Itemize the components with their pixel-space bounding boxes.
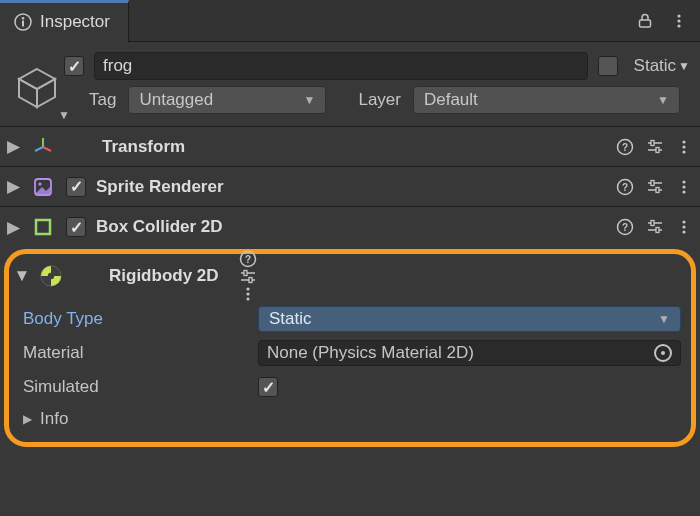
help-icon[interactable]: ? [616,178,634,196]
simulated-checkbox[interactable] [258,377,278,397]
foldout-down-icon: ▼ [15,266,29,286]
svg-marker-9 [37,79,55,107]
svg-line-11 [43,147,51,151]
kebab-icon[interactable] [239,286,257,302]
svg-rect-29 [656,187,659,192]
static-checkbox[interactable] [598,56,618,76]
kebab-icon[interactable] [676,139,692,155]
component-name: Transform [102,137,185,157]
svg-text:?: ? [622,181,628,192]
info-foldout[interactable]: ▶ Info [23,404,681,434]
svg-rect-2 [22,21,24,27]
svg-point-52 [246,292,249,295]
static-dropdown[interactable]: Static ▼ [634,56,690,76]
body-type-label: Body Type [23,309,258,329]
svg-rect-3 [640,20,651,27]
static-label-text: Static [634,56,677,76]
help-icon[interactable]: ? [239,250,257,268]
svg-text:?: ? [245,254,251,265]
info-label: Info [40,409,68,429]
component-enabled-checkbox[interactable] [66,217,86,237]
svg-point-41 [682,225,685,228]
component-name: Rigidbody 2D [109,266,219,286]
svg-point-51 [246,287,249,290]
svg-point-40 [682,220,685,223]
svg-point-4 [677,14,680,17]
kebab-icon[interactable] [668,10,690,32]
component-transform[interactable]: ▶ Transform ? [0,127,700,167]
active-checkbox[interactable] [64,56,84,76]
layer-value: Default [424,90,478,110]
transform-icon [30,134,56,160]
foldout-right-icon: ▶ [6,136,20,157]
preset-icon[interactable] [239,268,257,286]
svg-point-20 [682,145,685,148]
svg-rect-50 [249,278,252,283]
chevron-down-icon: ▼ [678,59,690,73]
help-icon[interactable]: ? [616,218,634,236]
component-box-collider-2d[interactable]: ▶ Box Collider 2D ? [0,207,700,247]
foldout-right-icon: ▶ [23,412,32,426]
chevron-down-icon: ▼ [58,108,70,122]
svg-line-12 [35,147,43,151]
lock-icon[interactable] [634,10,656,32]
layer-label: Layer [358,90,401,110]
inspector-tab[interactable]: Inspector [0,0,129,42]
svg-rect-49 [244,271,247,276]
svg-point-6 [677,24,680,27]
foldout-right-icon: ▶ [6,217,20,238]
svg-point-23 [38,182,41,185]
material-field[interactable]: None (Physics Material 2D) [258,340,681,366]
svg-marker-7 [19,69,55,89]
svg-point-32 [682,190,685,193]
svg-point-42 [682,230,685,233]
component-name: Sprite Renderer [96,177,224,197]
rigidbody-icon [39,264,63,288]
svg-marker-8 [19,79,37,107]
kebab-icon[interactable] [676,219,692,235]
svg-point-53 [246,297,249,300]
svg-rect-33 [36,220,50,234]
svg-text:?: ? [622,222,628,233]
component-name: Box Collider 2D [96,217,223,237]
gameobject-name-text: frog [103,56,132,76]
highlight-box: ▼ Rigidbody 2D ? [4,249,696,447]
svg-text:?: ? [622,141,628,152]
svg-point-30 [682,180,685,183]
simulated-label: Simulated [23,377,258,397]
material-value: None (Physics Material 2D) [267,343,474,363]
object-picker-icon[interactable] [654,344,672,362]
gameobject-kind-icon[interactable]: ▼ [10,60,64,114]
svg-rect-39 [656,228,659,233]
tag-value: Untagged [139,90,213,110]
body-type-value: Static [269,309,312,329]
tab-title: Inspector [40,12,110,32]
layer-dropdown[interactable]: Default ▼ [413,86,680,114]
svg-point-44 [48,273,54,279]
kebab-icon[interactable] [676,179,692,195]
chevron-down-icon: ▼ [657,93,669,107]
material-label: Material [23,343,258,363]
preset-icon[interactable] [646,138,664,156]
gameobject-name-input[interactable]: frog [94,52,588,80]
foldout-right-icon: ▶ [6,176,20,197]
component-enabled-checkbox[interactable] [66,177,86,197]
box-collider-icon [30,214,56,240]
tag-label: Tag [89,90,116,110]
svg-point-5 [677,19,680,22]
svg-point-19 [682,140,685,143]
sprite-renderer-icon [30,174,56,200]
svg-rect-38 [651,221,654,226]
svg-rect-28 [651,180,654,185]
preset-icon[interactable] [646,218,664,236]
tag-dropdown[interactable]: Untagged ▼ [128,86,326,114]
svg-rect-18 [656,147,659,152]
component-sprite-renderer[interactable]: ▶ Sprite Renderer ? [0,167,700,207]
body-type-dropdown[interactable]: Static ▼ [258,306,681,332]
help-icon[interactable]: ? [616,138,634,156]
svg-point-21 [682,150,685,153]
svg-point-31 [682,185,685,188]
svg-point-1 [22,17,25,20]
preset-icon[interactable] [646,178,664,196]
component-rigidbody-2d[interactable]: ▼ Rigidbody 2D ? [9,254,691,298]
